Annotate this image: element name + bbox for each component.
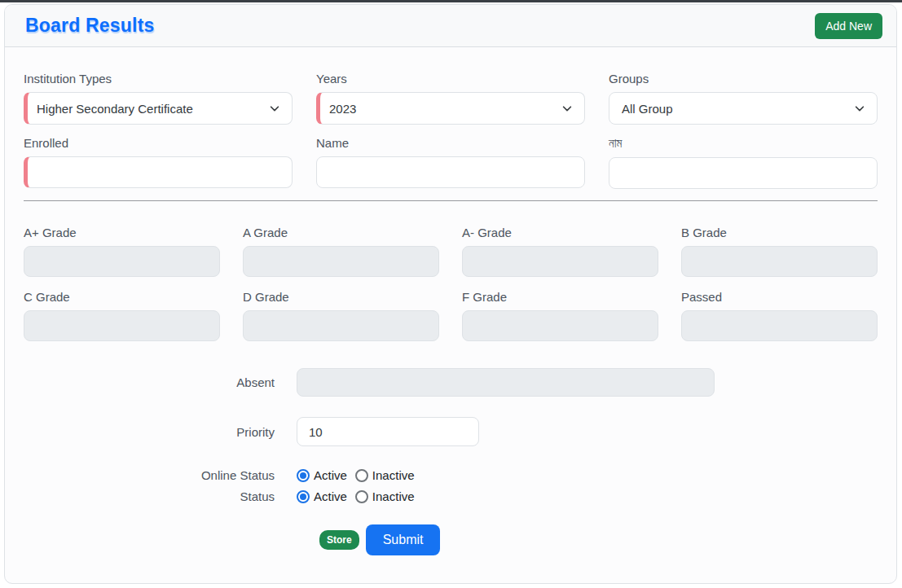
online-status-row: Online Status Active Inactive: [24, 468, 878, 482]
text-fields-row: Enrolled Name নাম: [24, 136, 878, 189]
online-status-active-option[interactable]: Active: [297, 468, 347, 482]
a-plus-grade-input: [24, 246, 220, 277]
radio-checked-icon[interactable]: [297, 469, 310, 482]
d-grade-field: D Grade: [243, 290, 439, 341]
a-minus-grade-field: A- Grade: [462, 226, 658, 277]
priority-input[interactable]: [297, 417, 479, 446]
institution-types-field: Institution Types Higher Secondary Certi…: [24, 72, 293, 125]
name-field: Name: [316, 136, 585, 189]
groups-select[interactable]: All Group: [609, 92, 878, 125]
c-grade-field: C Grade: [24, 290, 220, 341]
c-grade-input: [24, 310, 220, 341]
radio-unchecked-icon[interactable]: [355, 469, 368, 482]
priority-label: Priority: [24, 425, 297, 439]
add-new-button[interactable]: Add New: [815, 13, 882, 39]
status-radio-group: Active Inactive: [297, 489, 415, 503]
years-select[interactable]: 2023: [316, 92, 585, 125]
passed-field: Passed: [681, 290, 878, 341]
groups-field: Groups All Group: [609, 72, 878, 125]
groups-label: Groups: [609, 72, 878, 86]
a-minus-grade-input: [462, 246, 658, 277]
b-grade-label: B Grade: [681, 226, 878, 239]
passed-label: Passed: [681, 290, 878, 304]
store-badge[interactable]: Store: [319, 530, 359, 550]
groups-value: All Group: [622, 102, 673, 116]
status-inactive-label: Inactive: [372, 489, 415, 503]
chevron-down-icon: [854, 103, 865, 114]
d-grade-input: [243, 310, 439, 341]
board-results-card: Board Results Add New Institution Types …: [4, 4, 897, 584]
institution-types-select[interactable]: Higher Secondary Certificate: [24, 92, 293, 125]
years-label: Years: [316, 72, 585, 86]
section-divider: [24, 200, 878, 201]
institution-types-value: Higher Secondary Certificate: [37, 102, 193, 116]
absent-row: Absent: [24, 368, 878, 397]
f-grade-label: F Grade: [462, 290, 658, 304]
online-status-label: Online Status: [24, 468, 297, 482]
status-label: Status: [24, 489, 297, 503]
a-grade-label: A Grade: [243, 226, 439, 239]
years-field: Years 2023: [316, 72, 585, 125]
radio-unchecked-icon[interactable]: [355, 490, 368, 503]
name-bn-label: নাম: [609, 136, 878, 151]
enrolled-field: Enrolled: [24, 136, 293, 189]
online-status-active-label: Active: [314, 468, 347, 482]
name-bn-input[interactable]: [609, 157, 878, 189]
enrolled-input[interactable]: [24, 156, 293, 188]
radio-checked-icon[interactable]: [297, 490, 310, 503]
online-status-inactive-option[interactable]: Inactive: [355, 468, 415, 482]
institution-types-label: Institution Types: [24, 72, 293, 86]
status-row: Status Active Inactive: [24, 489, 878, 503]
enrolled-label: Enrolled: [24, 136, 293, 150]
a-grade-input: [243, 246, 439, 277]
b-grade-input: [681, 246, 878, 277]
submit-button[interactable]: Submit: [366, 524, 441, 555]
years-value: 2023: [329, 102, 356, 116]
d-grade-label: D Grade: [243, 290, 439, 304]
priority-row: Priority: [24, 417, 878, 446]
grades-row-1: A+ Grade A Grade A- Grade B Grade: [24, 226, 878, 277]
name-label: Name: [316, 136, 585, 150]
b-grade-field: B Grade: [681, 226, 878, 277]
chevron-down-icon: [269, 103, 280, 114]
grades-row-2: C Grade D Grade F Grade Passed: [24, 290, 878, 341]
status-inactive-option[interactable]: Inactive: [355, 489, 415, 503]
c-grade-label: C Grade: [24, 290, 220, 304]
a-minus-grade-label: A- Grade: [462, 226, 658, 239]
name-bn-field: নাম: [609, 136, 878, 189]
online-status-inactive-label: Inactive: [372, 468, 415, 482]
f-grade-field: F Grade: [462, 290, 658, 341]
a-plus-grade-field: A+ Grade: [24, 226, 220, 277]
chevron-down-icon: [561, 103, 573, 114]
absent-input: [297, 368, 715, 397]
page-top-border: [0, 0, 902, 2]
filters-row: Institution Types Higher Secondary Certi…: [24, 72, 878, 125]
f-grade-input: [462, 310, 658, 341]
online-status-radio-group: Active Inactive: [297, 468, 415, 482]
name-input[interactable]: [316, 156, 585, 188]
actions-row: Store Submit: [319, 524, 878, 555]
card-body: Institution Types Higher Secondary Certi…: [5, 47, 896, 555]
passed-input: [681, 310, 878, 341]
card-header: Board Results Add New: [5, 5, 896, 47]
status-active-label: Active: [314, 489, 347, 503]
absent-label: Absent: [24, 375, 297, 389]
page-title: Board Results: [25, 15, 155, 37]
a-plus-grade-label: A+ Grade: [24, 226, 220, 239]
a-grade-field: A Grade: [243, 226, 439, 277]
status-active-option[interactable]: Active: [297, 489, 347, 503]
